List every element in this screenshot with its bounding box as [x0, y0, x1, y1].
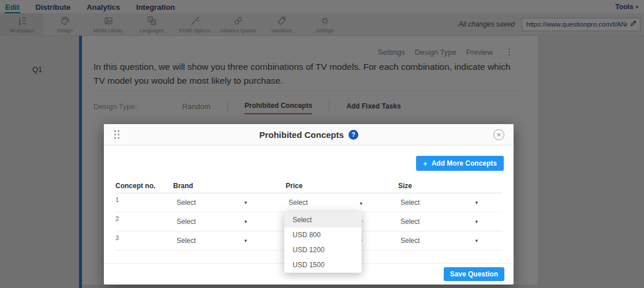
brand-select[interactable]: Select ▾ [177, 199, 247, 207]
table-header-row: Concept no. Brand Price Size [115, 179, 502, 193]
price-dropdown-menu: Select USD 800 USD 1200 USD 1500 [284, 212, 362, 273]
modal-title: Prohibited Concepts [259, 130, 344, 140]
chevron-down-icon: ▾ [475, 238, 478, 244]
chevron-down-icon: ▾ [244, 238, 247, 244]
price-select[interactable]: Select ▴ [289, 199, 362, 207]
concept-number: 3 [115, 231, 173, 241]
dropdown-option-select[interactable]: Select [284, 212, 361, 227]
modal-title-group: Prohibited Concepts ? [104, 130, 514, 140]
column-header-price: Price [286, 182, 398, 190]
select-value: Select [400, 199, 420, 207]
table-row: 1 Select ▾ Select ▴ Select ▾ [115, 193, 502, 212]
chevron-down-icon: ▾ [244, 200, 247, 205]
select-value: Select [400, 237, 420, 245]
brand-select[interactable]: Select ▾ [177, 218, 247, 226]
select-value: Select [177, 199, 196, 207]
dropdown-option-usd-1200[interactable]: USD 1200 [284, 242, 361, 257]
add-more-concepts-label: Add More Concepts [432, 159, 497, 167]
save-question-button[interactable]: Save Question [444, 267, 504, 281]
chevron-up-icon: ▴ [360, 200, 362, 205]
column-header-concept-no: Concept no. [115, 182, 173, 190]
dropdown-option-usd-1500[interactable]: USD 1500 [284, 257, 361, 272]
questionpro-survey-editor: Edit Distribute Analytics Integration To… [0, 0, 644, 288]
chevron-down-icon: ▾ [244, 219, 247, 225]
column-header-size: Size [398, 182, 502, 190]
chevron-down-icon: ▾ [475, 200, 478, 205]
size-select[interactable]: Select ▾ [400, 218, 478, 226]
size-select[interactable]: Select ▾ [400, 237, 478, 245]
select-value: Select [289, 199, 308, 207]
close-icon[interactable]: ✕ [493, 129, 504, 140]
select-value: Select [177, 218, 196, 226]
brand-select[interactable]: Select ▾ [177, 237, 247, 245]
add-more-concepts-button[interactable]: + Add More Concepts [416, 156, 504, 171]
dropdown-option-usd-800[interactable]: USD 800 [284, 227, 361, 242]
concept-number: 1 [115, 193, 173, 203]
drag-handle-icon[interactable] [113, 129, 121, 140]
concept-number: 2 [115, 212, 173, 222]
size-select[interactable]: Select ▾ [400, 199, 478, 207]
plus-icon: + [423, 160, 428, 167]
modal-header: Prohibited Concepts ? ✕ [104, 124, 514, 145]
help-icon[interactable]: ? [349, 130, 358, 140]
column-header-brand: Brand [173, 182, 286, 190]
chevron-down-icon: ▾ [475, 219, 478, 225]
select-value: Select [177, 237, 196, 245]
select-value: Select [400, 218, 420, 226]
